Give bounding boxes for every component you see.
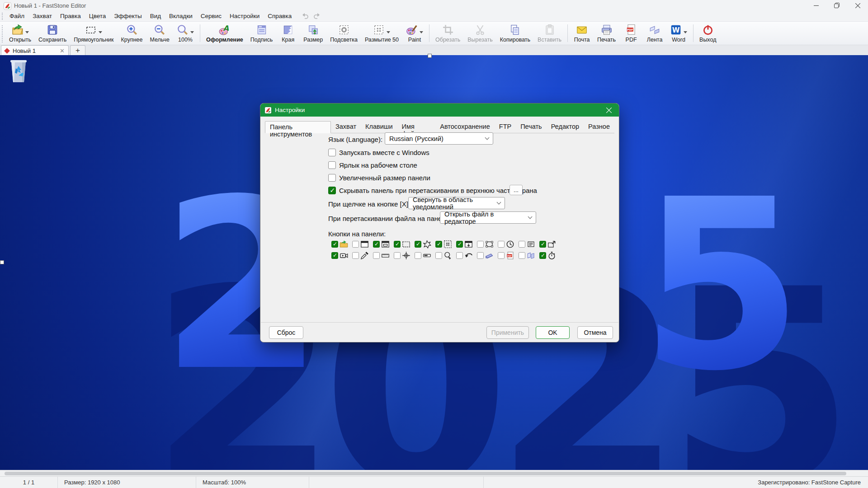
panel-button-colorbar-cell[interactable] [415, 251, 435, 260]
cancel-button[interactable]: Отмена [577, 326, 613, 339]
caption-button[interactable]: Подпись [247, 23, 276, 44]
resize-button[interactable]: Размер [300, 23, 326, 44]
chevron-down-icon[interactable] [190, 31, 194, 33]
reset-button[interactable]: Сброс [269, 326, 303, 339]
pdf-button[interactable]: PDFPDF [619, 23, 643, 44]
panel-button-magnifier-cell[interactable] [435, 251, 456, 260]
zoom-in-button[interactable]: Крупнее [118, 23, 146, 44]
zoom-100-button[interactable]: 100% [173, 23, 198, 44]
checkbox-unchecked[interactable] [498, 241, 505, 248]
save-button[interactable]: Сохранить [35, 23, 70, 44]
checkbox-checked[interactable] [539, 241, 546, 248]
scrollbar-thumb[interactable] [5, 472, 846, 475]
chevron-down-icon[interactable] [387, 31, 390, 33]
menu-item-6[interactable]: Вид [146, 11, 165, 21]
panel-button-timer-cell[interactable] [539, 251, 560, 260]
minimize-button[interactable] [806, 0, 826, 11]
checkbox-unchecked[interactable] [519, 241, 525, 248]
option-checkbox-4[interactable]: Скрывать панель при перетаскивании в вер… [328, 187, 537, 194]
rect-select-button[interactable]: Прямоугольник [70, 23, 117, 44]
menu-item-7[interactable]: Вкладки [165, 11, 197, 21]
tab-novyi-1[interactable]: Новый 1 ✕ [1, 45, 69, 56]
checkbox-unchecked[interactable] [328, 161, 336, 169]
panel-button-active-window-cell[interactable] [373, 240, 394, 249]
checkbox-checked[interactable] [435, 241, 442, 248]
checkbox-unchecked[interactable] [498, 252, 505, 259]
copy-button[interactable]: Копировать [496, 23, 534, 44]
option-checkbox-1[interactable]: Запускать вместе с Windows [328, 149, 429, 156]
dialog-tab-4[interactable]: Имя файла [397, 121, 436, 133]
dialog-title-bar[interactable]: Настройки [260, 103, 619, 117]
checkbox-unchecked[interactable] [415, 252, 421, 259]
checkbox-checked[interactable] [331, 252, 338, 259]
panel-button-pdf-cell[interactable]: PDF [498, 251, 519, 260]
panel-button-crosshair-cell[interactable] [394, 251, 415, 260]
zoom-out-button[interactable]: Мельче [146, 23, 173, 44]
menu-item-10[interactable]: Справка [264, 11, 296, 21]
dialog-tab-3[interactable]: Клавиши [361, 121, 397, 133]
paint-button[interactable]: Paint [402, 23, 427, 44]
close-action-select[interactable]: Свернуть в область уведомлений [408, 197, 505, 209]
checkbox-unchecked[interactable] [328, 174, 336, 182]
selection-handle-top[interactable] [428, 54, 432, 58]
checkbox-checked[interactable] [373, 241, 380, 248]
checkbox-checked[interactable] [415, 241, 421, 248]
ok-button[interactable]: OK [536, 326, 570, 339]
panel-button-eyedropper-cell[interactable] [352, 251, 373, 260]
chevron-down-icon[interactable] [99, 31, 102, 33]
panel-button-open-cell[interactable] [331, 240, 352, 249]
checkbox-unchecked[interactable] [519, 252, 525, 259]
checkbox-checked[interactable] [394, 241, 401, 248]
option-checkbox-3[interactable]: Увеличенный размер панели [328, 174, 430, 182]
checkbox-checked[interactable] [539, 252, 546, 259]
menu-item-4[interactable]: Цвета [85, 11, 110, 21]
open-button[interactable]: Открыть [5, 23, 35, 44]
menu-item-5[interactable]: Эффекты [110, 11, 146, 21]
panel-button-undo-arrow-cell[interactable] [456, 251, 477, 260]
menu-item-8[interactable]: Сервис [197, 11, 226, 21]
chevron-down-icon[interactable] [420, 31, 423, 33]
panel-button-delay-cell[interactable] [498, 240, 519, 249]
tab-close-icon[interactable]: ✕ [60, 47, 65, 54]
chevron-down-icon[interactable] [25, 31, 29, 33]
panel-button-fixed-region-cell[interactable] [477, 240, 498, 249]
menu-item-9[interactable]: Настройки [226, 11, 264, 21]
panel-button-freehand-cell[interactable] [415, 240, 435, 249]
panel-button-scanner-cell[interactable] [477, 251, 498, 260]
highlight-button[interactable]: Подсветка [326, 23, 361, 44]
checkbox-unchecked[interactable] [456, 252, 463, 259]
dialog-tab-5[interactable]: Автосохранение [435, 121, 495, 133]
option-checkbox-2[interactable]: Ярлык на рабочем столе [328, 161, 417, 169]
dialog-tab-2[interactable]: Захват [331, 121, 361, 133]
panel-button-join-cell[interactable] [519, 251, 539, 260]
new-tab-button[interactable]: + [70, 45, 85, 56]
dialog-tab-9[interactable]: Разное [584, 121, 614, 133]
redo-icon[interactable] [313, 13, 320, 19]
close-button[interactable] [847, 0, 868, 11]
checkbox-unchecked[interactable] [394, 252, 401, 259]
checkbox-unchecked[interactable] [328, 149, 336, 156]
checkbox-unchecked[interactable] [477, 252, 484, 259]
menu-item-1[interactable]: Файл [5, 11, 28, 21]
checkbox-unchecked[interactable] [352, 252, 359, 259]
checkbox-unchecked[interactable] [435, 252, 442, 259]
draw-button[interactable]: AОформление [203, 23, 247, 44]
language-select[interactable]: Russian (Русский) [385, 132, 493, 145]
menu-item-2[interactable]: Захват [28, 11, 56, 21]
dialog-close-button[interactable] [599, 103, 619, 117]
panel-button-scrolling-cell[interactable] [456, 240, 477, 249]
checkbox-checked[interactable] [328, 187, 336, 194]
panel-button-rectangle-cell[interactable] [394, 240, 415, 249]
panel-button-fullscreen-cell[interactable] [435, 240, 456, 249]
more-options-button[interactable]: ... [509, 185, 523, 195]
drag-action-select[interactable]: Открыть файл в редакторе [440, 211, 536, 224]
checkbox-unchecked[interactable] [373, 252, 380, 259]
chevron-down-icon[interactable] [684, 31, 687, 33]
panel-button-repeat-capture-cell[interactable] [539, 240, 560, 249]
dialog-tab-1[interactable]: Панель инструментов [265, 121, 331, 133]
print-button[interactable]: Печать [594, 23, 619, 44]
ribbon-button[interactable]: Лента [643, 23, 666, 44]
mail-button[interactable]: Почта [570, 23, 594, 44]
edge-button[interactable]: Края [276, 23, 300, 44]
menu-item-3[interactable]: Правка [56, 11, 85, 21]
